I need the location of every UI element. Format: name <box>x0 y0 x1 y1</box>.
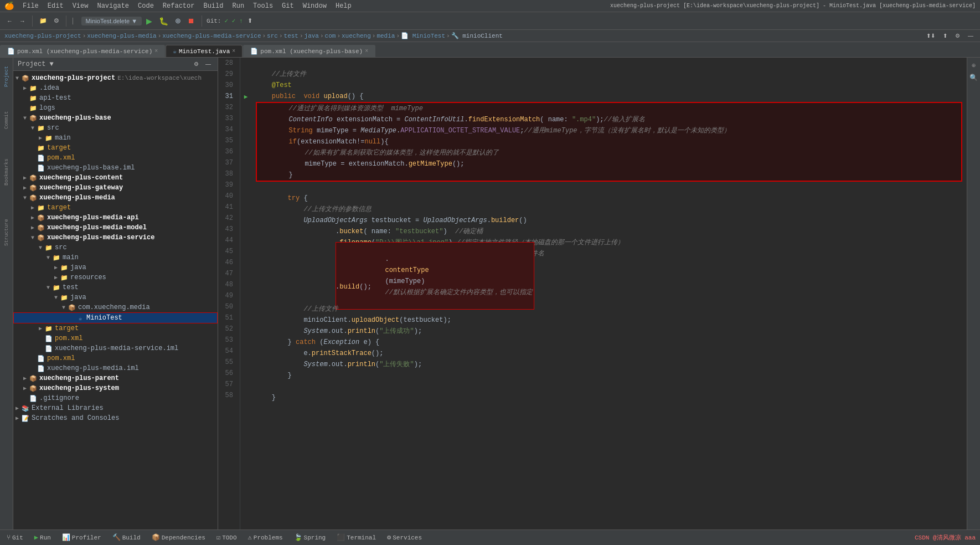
breadcrumb-media2[interactable]: media <box>376 33 395 39</box>
debug-btn[interactable]: 🐛 <box>157 16 171 27</box>
tab-pom-media[interactable]: 📄 pom.xml (xuecheng-plus-media-service) … <box>0 45 165 57</box>
tree-item-service-src[interactable]: ▼ 📁 src <box>13 243 218 253</box>
sidebar-project-icon[interactable]: Project <box>1 60 12 93</box>
tree-item-system[interactable]: ▶ 📦 xuecheng-plus-system <box>13 383 218 393</box>
breadcrumb-test[interactable]: test <box>284 33 298 39</box>
breadcrumb-src[interactable]: src <box>267 33 278 39</box>
tree-item-media-pom[interactable]: ▶ 📄 pom.xml <box>13 353 218 363</box>
tree-item-test-java[interactable]: ▼ 📁 java <box>13 292 218 302</box>
menu-refactor[interactable]: Refactor <box>158 1 199 11</box>
minimize-btn[interactable]: — <box>966 32 976 40</box>
tree-item-base-main[interactable]: ▶ 📁 main <box>13 133 218 143</box>
menu-file[interactable]: File <box>18 1 43 11</box>
tree-item-miniotest[interactable]: ▶ ☕ MinioTest <box>13 312 218 323</box>
breadcrumb-com[interactable]: com <box>325 33 336 39</box>
sidebar-bookmarks-icon[interactable]: Bookmarks <box>1 153 12 192</box>
stop-btn[interactable]: ⏹ <box>185 16 197 26</box>
tree-item-ext-libs[interactable]: ▶ 📚 External Libraries <box>13 403 218 413</box>
tree-item-service-resources[interactable]: ▶ 📁 resources <box>13 272 218 282</box>
bottom-run[interactable]: ▶ Run <box>32 532 53 543</box>
tab-close-miniotest[interactable]: × <box>232 48 235 54</box>
bottom-problems[interactable]: ⚠ Problems <box>246 532 285 543</box>
breadcrumb-project[interactable]: xuecheng-plus-project <box>4 33 81 39</box>
toolbar-back-btn[interactable]: ← <box>4 17 15 25</box>
tree-item-gitignore[interactable]: ▶ 📄 .gitignore <box>13 393 218 403</box>
breadcrumb-xuecheng[interactable]: xuecheng <box>342 33 371 39</box>
menu-build[interactable]: Build <box>199 1 228 11</box>
bottom-dependencies[interactable]: 📦 Dependencies <box>149 532 208 543</box>
menu-help[interactable]: Help <box>331 1 356 11</box>
tree-item-scratches[interactable]: ▶ 📝 Scratches and Consoles <box>13 413 218 423</box>
project-minimize-btn[interactable]: — <box>203 60 213 68</box>
tree-item-service-test[interactable]: ▼ 📁 test <box>13 282 218 292</box>
tree-item-service-pom[interactable]: ▶ 📄 pom.xml <box>13 333 218 343</box>
tree-item-service-iml[interactable]: ▶ 📄 xuecheng-plus-media-service.iml <box>13 343 218 353</box>
tree-item-media-service[interactable]: ▼ 📦 xuecheng-plus-media-service <box>13 233 218 243</box>
git-push-btn[interactable]: ⬆ <box>245 16 255 25</box>
tree-item-service-main[interactable]: ▼ 📁 main <box>13 253 218 263</box>
tree-item-base-target[interactable]: ▶ 📁 target <box>13 143 218 153</box>
run-btn[interactable]: ▶ <box>144 16 154 27</box>
tree-item-apitest[interactable]: ▶ 📁 api-test <box>13 93 218 103</box>
tree-item-base-src[interactable]: ▼ 📁 src <box>13 123 218 133</box>
tree-item-logs[interactable]: ▶ 📁 logs <box>13 103 218 113</box>
menu-navigate[interactable]: Navigate <box>92 1 133 11</box>
menu-edit[interactable]: Edit <box>43 1 68 11</box>
menu-tools[interactable]: Tools <box>249 1 277 11</box>
bottom-terminal[interactable]: ⬛ Terminal <box>334 532 378 543</box>
tree-item-content[interactable]: ▶ 📦 xuecheng-plus-content <box>13 173 218 183</box>
sidebar-structure-icon[interactable]: Structure <box>1 216 12 249</box>
tree-item-service-target[interactable]: ▶ 📁 target <box>13 323 218 333</box>
tree-item-idea[interactable]: ▶ 📁 .idea <box>13 83 218 93</box>
breadcrumb-media[interactable]: xuecheng-plus-media <box>87 33 156 39</box>
bottom-profiler[interactable]: 📊 Profiler <box>60 532 104 543</box>
run-bottom-icon: ▶ <box>34 533 38 542</box>
toolbar-project-btn[interactable]: 📁 <box>37 16 49 25</box>
tree-item-service-java[interactable]: ▶ 📁 java <box>13 263 218 272</box>
toolbar-forward-btn[interactable]: → <box>17 17 28 25</box>
right-sidebar-icon2[interactable]: 🔍 <box>968 72 979 83</box>
tree-item-media-api[interactable]: ▶ 📦 xuecheng-plus-media-api <box>13 213 218 223</box>
collapse-btn[interactable]: ⬆ <box>941 32 950 40</box>
menu-code[interactable]: Code <box>133 1 158 11</box>
tree-item-media[interactable]: ▼ 📦 xuecheng-plus-media <box>13 193 218 203</box>
bottom-build[interactable]: 🔨 Build <box>110 532 143 543</box>
tab-miniotest[interactable]: ☕ MinioTest.java × <box>166 45 243 57</box>
tree-item-base-pom[interactable]: ▶ 📄 pom.xml <box>13 153 218 163</box>
breadcrumb-miniotest[interactable]: 📄 MinioTest <box>401 32 445 39</box>
breadcrumb-service[interactable]: xuecheng-plus-media-service <box>162 33 261 39</box>
tree-item-package[interactable]: ▼ 📦 com.xuecheng.media <box>13 302 218 312</box>
bottom-todo[interactable]: ☑ TODO <box>214 532 239 543</box>
tree-item-root[interactable]: ▼ 📦 xuecheng-plus-project E:\idea-worksp… <box>13 73 218 83</box>
menu-git[interactable]: Git <box>277 1 298 11</box>
toolbar-settings-btn[interactable]: ⚙ <box>51 16 61 25</box>
code-area[interactable]: //上传文件 @Test public void upload () { <box>251 58 967 529</box>
bottom-services[interactable]: ⚙ Services <box>385 532 424 543</box>
tree-item-base[interactable]: ▼ 📦 xuecheng-plus-base <box>13 113 218 123</box>
right-sidebar-icon1[interactable]: ⊕ <box>968 60 979 71</box>
menu-run[interactable]: Run <box>228 1 249 11</box>
project-gear-btn[interactable]: ⚙ <box>192 60 201 68</box>
expand-all-btn[interactable]: ⬆⬇ <box>924 32 937 40</box>
settings-btn2[interactable]: ⚙ <box>953 32 962 40</box>
coverage-btn[interactable]: ⊕ <box>173 16 183 26</box>
tab-pom-base[interactable]: 📄 pom.xml (xuecheng-plus-base) × <box>243 45 375 57</box>
tree-item-gateway[interactable]: ▶ 📦 xuecheng-plus-gateway <box>13 183 218 193</box>
menu-window[interactable]: Window <box>298 1 331 11</box>
tree-item-media-iml[interactable]: ▶ 📄 xuecheng-plus-media.iml <box>13 363 218 373</box>
tree-item-media-model[interactable]: ▶ 📦 xuecheng-plus-media-model <box>13 223 218 233</box>
breadcrumb-java[interactable]: java <box>305 33 319 39</box>
tab-close-pom-media[interactable]: × <box>154 48 158 54</box>
tree-item-base-iml[interactable]: ▶ 📄 xuecheng-plus-base.iml <box>13 163 218 173</box>
run-config-btn[interactable]: MinioTest.delete ▼ <box>81 17 142 25</box>
sidebar-commit-icon[interactable]: Commit <box>1 106 12 134</box>
gutter-run-icon[interactable]: ▶ <box>244 93 248 100</box>
menu-view[interactable]: View <box>68 1 93 11</box>
bottom-spring[interactable]: 🍃 Spring <box>292 532 328 543</box>
code-line-48: . build (); <box>256 281 962 292</box>
breadcrumb-minioclient[interactable]: 🔧 minioClient <box>451 32 503 39</box>
tab-close-pom-base[interactable]: × <box>365 48 368 54</box>
tree-item-parent[interactable]: ▶ 📦 xuecheng-plus-parent <box>13 373 218 383</box>
bottom-git[interactable]: ⑂ Git <box>4 533 25 543</box>
tree-item-media-target[interactable]: ▶ 📁 target <box>13 203 218 213</box>
